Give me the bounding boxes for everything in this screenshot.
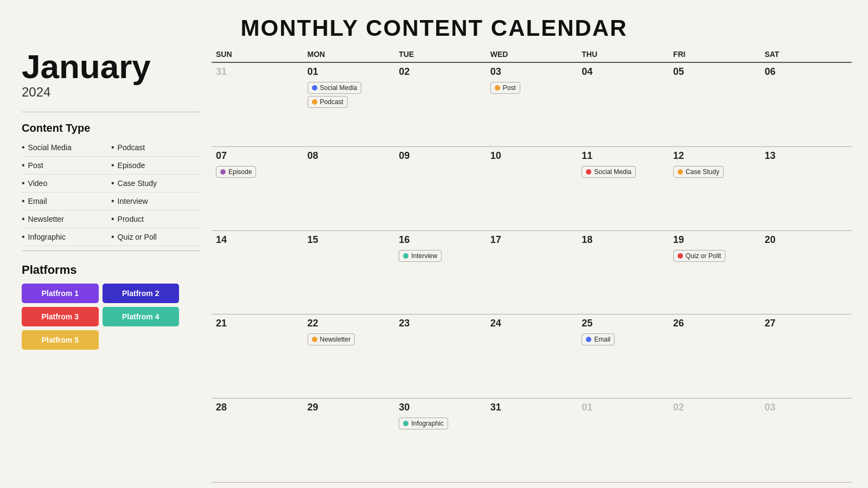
calendar-cell: 21 [212, 314, 303, 399]
calendar-cell: 23 [394, 314, 486, 399]
calendar-date: 27 [764, 318, 847, 329]
event-dot [312, 99, 317, 105]
calendar-cell: 12Case Study [669, 147, 761, 231]
calendar-cell: 11Social Media [577, 147, 669, 231]
calendar-cell: 03Post [486, 63, 578, 147]
calendar-date: 30 [399, 402, 482, 413]
calendar-date: 16 [399, 234, 482, 246]
calendar-cell: 09 [394, 147, 486, 231]
calendar-date: 24 [490, 318, 573, 329]
calendar-date: 22 [308, 318, 391, 329]
event-label: Email [594, 336, 610, 343]
calendar-day-name: MON [303, 50, 395, 63]
event-dot [586, 169, 591, 175]
content-type-item: Quiz or Poll [111, 228, 201, 246]
calendar-cell: 20 [760, 231, 852, 315]
event-dot [312, 85, 317, 91]
platform-button[interactable]: Platfrom 5 [22, 330, 99, 350]
calendar-date: 10 [490, 150, 573, 162]
content-type-item: Product [111, 210, 201, 228]
event-dot [403, 421, 409, 426]
calendar-cell: 17 [486, 231, 578, 315]
content-type-item: Interview [111, 192, 201, 210]
calendar-cell: 15 [303, 231, 395, 315]
calendar-event: Infographic [399, 418, 448, 429]
calendar-cell: 28 [212, 399, 303, 483]
calendar-date: 03 [764, 402, 847, 413]
calendar-date: 15 [308, 234, 391, 246]
calendar-day-name: TUE [394, 50, 486, 63]
event-dot [403, 253, 409, 259]
calendar-header: SUNMONTUEWEDTHUFRISAT [212, 50, 852, 63]
calendar-date: 09 [399, 150, 482, 162]
calendar-cell: 31 [486, 399, 578, 483]
event-dot [678, 169, 683, 175]
calendar-cell: 13 [760, 147, 852, 231]
calendar-grid: 3101Social MediaPodcast0203Post04050607E… [212, 63, 852, 483]
calendar-cell: 16Interview [394, 231, 486, 315]
calendar-date: 17 [490, 234, 573, 246]
calendar-date: 08 [308, 150, 391, 162]
calendar-date: 23 [399, 318, 482, 329]
calendar-date: 01 [308, 66, 391, 78]
platforms-grid: Platfrom 1Platfrom 2Platfrom 3Platfrom 4… [22, 284, 179, 350]
event-label: Newsletter [320, 336, 351, 343]
calendar-date: 06 [764, 66, 847, 78]
calendar-cell: 27 [760, 314, 852, 399]
platform-button[interactable]: Platfrom 1 [22, 284, 99, 303]
event-label: Episode [228, 168, 252, 176]
content-type-item: Case Study [111, 175, 201, 192]
calendar-cell: 04 [577, 63, 669, 147]
calendar-cell: 01 [577, 399, 669, 483]
calendar-event: Newsletter [308, 333, 355, 345]
platforms-section: Platforms Platfrom 1Platfrom 2Platfrom 3… [22, 263, 201, 350]
calendar-date: 21 [216, 318, 299, 329]
platform-button[interactable]: Platfrom 4 [103, 307, 180, 326]
calendar-cell: 18 [577, 231, 669, 315]
divider-1 [22, 112, 201, 112]
event-label: Podcast [320, 98, 343, 106]
calendar-cell: 10 [486, 147, 578, 231]
event-label: Interview [411, 252, 437, 260]
platform-button[interactable]: Platfrom 3 [22, 307, 99, 326]
event-label: Social Media [594, 168, 631, 176]
calendar-cell: 05 [669, 63, 761, 147]
calendar-date: 18 [582, 234, 665, 246]
calendar-event: Social Media [582, 166, 636, 178]
calendar-cell: 08 [303, 147, 395, 231]
calendar-cell: 14 [212, 231, 303, 315]
content-type-item: Email [22, 192, 111, 210]
calendar-cell: 03 [760, 399, 852, 483]
event-dot [220, 169, 226, 175]
content-type-item: Podcast [111, 139, 201, 157]
event-label: Post [503, 84, 516, 92]
year-label: 2024 [22, 85, 201, 100]
calendar-day-name: SAT [760, 50, 852, 63]
calendar-cell: 02 [394, 63, 486, 147]
platform-button[interactable]: Platfrom 2 [103, 284, 180, 303]
calendar-cell: 25Email [577, 314, 669, 399]
event-dot [586, 337, 591, 342]
calendar-cell: 22Newsletter [303, 314, 395, 399]
month-label: January [22, 50, 201, 84]
content-type-item: Episode [111, 157, 201, 175]
calendar-date: 31 [216, 66, 299, 78]
event-dot [495, 85, 500, 91]
calendar-cell: 19Quiz or Pollt [669, 231, 761, 315]
page-title: MONTHLY CONTENT CALENDAR [240, 0, 627, 50]
calendar-day-name: FRI [669, 50, 761, 63]
calendar-date: 19 [673, 234, 756, 246]
content-type-item: Post [22, 157, 111, 175]
calendar-date: 11 [582, 150, 665, 162]
calendar-event: Quiz or Pollt [673, 250, 725, 262]
calendar-date: 12 [673, 150, 756, 162]
calendar-date: 05 [673, 66, 756, 78]
calendar-date: 20 [764, 234, 847, 246]
calendar-cell: 02 [669, 399, 761, 483]
content-type-item: Infographic [22, 228, 111, 246]
calendar-cell: 01Social MediaPodcast [303, 63, 395, 147]
calendar-cell: 26 [669, 314, 761, 399]
calendar-cell: 29 [303, 399, 395, 483]
calendar-date: 07 [216, 150, 299, 162]
content-types-grid: Social MediaPodcastPostEpisodeVideoCase … [22, 139, 201, 246]
